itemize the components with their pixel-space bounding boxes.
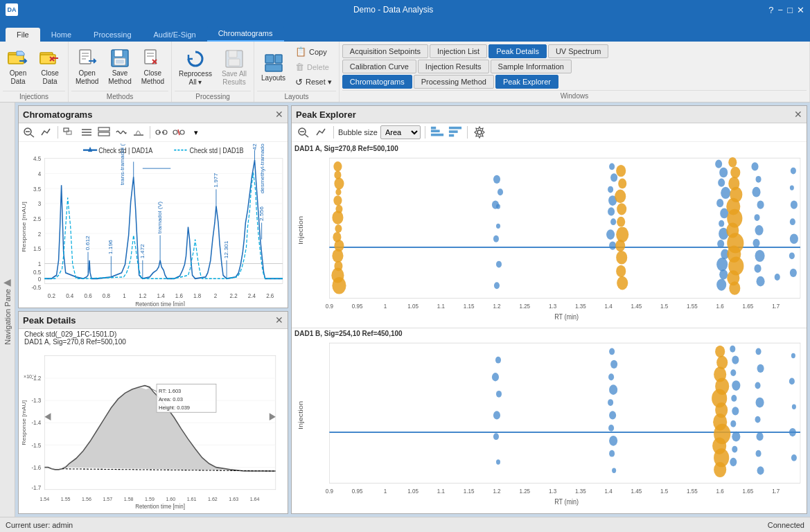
svg-point-197 bbox=[610, 218, 616, 225]
close-method-button[interactable]: CloseMethod bbox=[137, 44, 168, 89]
save-all-label: Save AllResults bbox=[222, 70, 247, 87]
chrom-stack2[interactable] bbox=[96, 125, 112, 139]
svg-text:-1.4: -1.4 bbox=[31, 419, 41, 426]
svg-text:1.35: 1.35 bbox=[575, 487, 586, 495]
pe-signal[interactable] bbox=[314, 125, 329, 139]
svg-point-247 bbox=[791, 201, 798, 209]
ribbon-group-layouts: Layouts 📋Copy 🗑Delete ↺Reset ▾ Layouts bbox=[254, 42, 340, 102]
close-button[interactable]: ✕ bbox=[797, 5, 804, 15]
svg-rect-16 bbox=[116, 60, 124, 64]
acquisition-setpoints-button[interactable]: Acquisition Setpoints bbox=[342, 44, 428, 58]
injections-buttons: OpenData CloseData bbox=[3, 44, 65, 89]
svg-point-315 bbox=[755, 382, 761, 389]
peak-details-button[interactable]: Peak Details bbox=[488, 44, 547, 58]
peak-explorer-button[interactable]: Peak Explorer bbox=[495, 75, 558, 89]
maximize-button[interactable]: □ bbox=[787, 5, 793, 15]
delete-icon: 🗑 bbox=[295, 62, 304, 72]
help-button[interactable]: ? bbox=[768, 5, 773, 15]
svg-point-251 bbox=[790, 269, 797, 277]
tab-processing[interactable]: Processing bbox=[82, 28, 142, 42]
chrom-unlink[interactable] bbox=[171, 125, 186, 139]
copy-button[interactable]: 📋Copy bbox=[291, 44, 336, 59]
open-method-label: OpenMethod bbox=[76, 69, 98, 86]
connection-status: Connected bbox=[768, 521, 804, 529]
chrom-sep-2 bbox=[150, 126, 150, 139]
tab-chromatograms[interactable]: Chromatograms bbox=[207, 26, 284, 42]
chrom-overlay[interactable] bbox=[62, 125, 77, 139]
svg-point-307 bbox=[731, 395, 737, 402]
reset-label: Reset ▾ bbox=[306, 78, 332, 87]
methods-group-label: Methods bbox=[71, 91, 168, 102]
svg-text:1.2: 1.2 bbox=[139, 292, 146, 299]
chrom-signal-view[interactable] bbox=[39, 125, 54, 139]
svg-text:Retention time [min]: Retention time [min] bbox=[135, 300, 185, 306]
svg-text:0.95: 0.95 bbox=[352, 487, 363, 495]
chrom-wave[interactable] bbox=[114, 125, 129, 139]
svg-text:1.15: 1.15 bbox=[464, 303, 475, 310]
svg-text:2.2: 2.2 bbox=[230, 292, 238, 299]
reprocess-all-button[interactable]: ReprocessAll ▾ bbox=[175, 45, 216, 89]
bubble-size-select[interactable]: Area Height bbox=[380, 125, 421, 139]
open-data-button[interactable]: OpenData bbox=[3, 44, 33, 89]
peak-explorer-close-icon[interactable]: ✕ bbox=[794, 109, 802, 120]
svg-text:1.55: 1.55 bbox=[687, 487, 698, 495]
svg-point-281 bbox=[496, 459, 500, 464]
pe-sort-asc[interactable] bbox=[430, 125, 445, 139]
svg-point-314 bbox=[757, 364, 764, 372]
svg-text:desmethyl-tramadol (V): desmethyl-tramadol (V) bbox=[259, 143, 265, 193]
svg-point-209 bbox=[617, 276, 628, 290]
delete-button[interactable]: 🗑Delete bbox=[291, 60, 336, 74]
tab-audit[interactable]: Audit/E-Sign bbox=[143, 28, 207, 42]
minimize-button[interactable]: − bbox=[778, 5, 784, 15]
pe-sort-desc[interactable] bbox=[448, 125, 463, 139]
svg-point-254 bbox=[493, 236, 499, 242]
svg-text:Check std | DAD1A: Check std | DAD1A bbox=[98, 147, 152, 155]
chrom-baseline[interactable] bbox=[131, 125, 146, 139]
chromatograms-win-button[interactable]: Chromatograms bbox=[342, 75, 412, 89]
svg-point-237 bbox=[752, 187, 760, 197]
svg-point-306 bbox=[732, 380, 740, 391]
chrom-stack[interactable] bbox=[79, 125, 94, 139]
uv-spectrum-button[interactable]: UV Spectrum bbox=[548, 44, 608, 58]
nav-arrow-up[interactable]: ◀ bbox=[3, 276, 11, 287]
title-bar: DA Demo - Data Analysis ? − □ ✕ bbox=[0, 0, 810, 19]
svg-point-207 bbox=[616, 251, 627, 265]
tab-home[interactable]: Home bbox=[40, 28, 82, 42]
calibration-curve-button[interactable]: Calibration Curve bbox=[342, 60, 416, 73]
svg-rect-147 bbox=[449, 127, 461, 130]
svg-text:Injection: Injection bbox=[297, 400, 304, 429]
reset-button[interactable]: ↺Reset ▾ bbox=[291, 75, 336, 89]
chrom-zoom-out[interactable] bbox=[21, 125, 37, 139]
app-logo: DA bbox=[6, 3, 18, 16]
save-method-button[interactable]: SaveMethod bbox=[104, 44, 135, 89]
sample-information-button[interactable]: Sample Information bbox=[491, 60, 572, 73]
processing-method-button[interactable]: Processing Method bbox=[414, 75, 494, 89]
save-all-results-button[interactable]: Save AllResults bbox=[218, 45, 251, 89]
svg-text:1.3: 1.3 bbox=[549, 303, 556, 310]
svg-text:Check std | DAD1B: Check std | DAD1B bbox=[190, 147, 244, 155]
chrom-link[interactable] bbox=[154, 125, 169, 139]
tab-file[interactable]: File bbox=[6, 28, 40, 42]
svg-text:1.65: 1.65 bbox=[743, 303, 754, 310]
peak-details-close-icon[interactable]: ✕ bbox=[275, 314, 283, 326]
svg-point-194 bbox=[608, 186, 613, 193]
close-data-button[interactable]: CloseData bbox=[35, 44, 65, 89]
injection-list-button[interactable]: Injection List bbox=[430, 44, 487, 58]
pe-settings[interactable] bbox=[472, 125, 487, 139]
injection-results-button[interactable]: Injection Results bbox=[418, 60, 489, 73]
svg-point-244 bbox=[757, 276, 765, 287]
svg-rect-145 bbox=[431, 130, 440, 132]
pe-chart-bottom-label: DAD1 B, Sig=254,10 Ref=450,100 bbox=[294, 330, 804, 337]
svg-text:2: 2 bbox=[38, 230, 42, 238]
svg-point-203 bbox=[617, 203, 626, 215]
svg-point-285 bbox=[609, 384, 617, 395]
ribbon-group-processing: ReprocessAll ▾ Save AllResults Processin… bbox=[172, 42, 254, 102]
svg-text:1.25: 1.25 bbox=[519, 487, 530, 495]
svg-text:2.5: 2.5 bbox=[33, 215, 41, 222]
svg-text:1.45: 1.45 bbox=[631, 303, 642, 310]
layouts-button[interactable]: Layouts bbox=[257, 49, 290, 85]
open-method-button[interactable]: OpenMethod bbox=[71, 44, 103, 89]
chrom-menu[interactable]: ▾ bbox=[188, 125, 204, 139]
pe-zoom-out[interactable] bbox=[296, 125, 311, 139]
chromatograms-close-icon[interactable]: ✕ bbox=[275, 109, 283, 120]
